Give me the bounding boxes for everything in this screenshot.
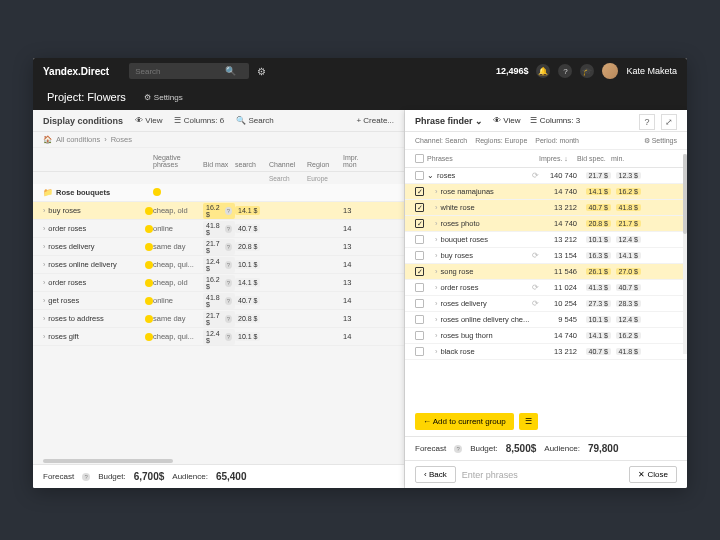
checkbox[interactable]: ✓ xyxy=(415,331,424,340)
chevron-right-icon: › xyxy=(435,219,438,228)
search-icon: 🔍 xyxy=(225,66,236,76)
chevron-right-icon: › xyxy=(435,347,438,356)
phrase-row[interactable]: ✓› song rose11 54626.1 $27.0 $ xyxy=(405,264,687,280)
status-dot xyxy=(145,207,153,215)
phrase-row[interactable]: ✓› roses online delivery che...9 54510.1… xyxy=(405,312,687,328)
project-bar: Project: Flowers ⚙ Settings xyxy=(33,84,687,110)
bell-icon[interactable]: 🔔 xyxy=(536,64,550,78)
status-dot xyxy=(145,225,153,233)
chevron-right-icon: › xyxy=(435,187,438,196)
columns-button[interactable]: ☰ Columns: 3 xyxy=(530,116,580,125)
checkbox[interactable]: ✓ xyxy=(415,235,424,244)
status-dot xyxy=(145,261,153,269)
phrase-row[interactable]: ✓› roses bug thorn14 74014.1 $16.2 $ xyxy=(405,328,687,344)
phrase-row[interactable]: ✓› roses delivery⟳10 25427.3 $28.3 $ xyxy=(405,296,687,312)
search-input[interactable] xyxy=(135,67,225,76)
panel-title: Display conditions xyxy=(43,116,123,126)
phrase-row[interactable]: ✓› order roses⟳11 02441.3 $40.7 $ xyxy=(405,280,687,296)
checkbox[interactable]: ✓ xyxy=(415,187,424,196)
status-dot xyxy=(145,315,153,323)
left-panel: Display conditions 👁 View ☰ Columns: 6 🔍… xyxy=(33,110,405,488)
status-dot xyxy=(153,188,161,196)
chevron-right-icon: › xyxy=(43,333,45,340)
help-icon[interactable]: ? xyxy=(454,445,462,453)
breadcrumb: 🏠 All conditions › Roses xyxy=(33,132,404,148)
checkbox: ✓ xyxy=(415,171,424,180)
table-row[interactable]: › roses to addresssame day21.7 $ ?20.8 $… xyxy=(33,310,404,328)
add-to-group-button[interactable]: ← Add to current group xyxy=(415,413,514,430)
checkbox[interactable]: ✓ xyxy=(415,299,424,308)
table-row[interactable]: › order rosescheap, old16.2 $ ?14.1 $13 xyxy=(33,274,404,292)
sync-icon: ⟳ xyxy=(532,251,539,260)
chevron-right-icon: › xyxy=(435,315,438,324)
table-row[interactable]: › get rosesonline41.8 $ ?40.7 $14 xyxy=(33,292,404,310)
checkbox[interactable]: ✓ xyxy=(415,251,424,260)
help-icon[interactable]: ? xyxy=(558,64,572,78)
help-button[interactable]: ? xyxy=(639,114,655,130)
checkbox[interactable]: ✓ xyxy=(415,283,424,292)
status-dot xyxy=(145,279,153,287)
chevron-right-icon: › xyxy=(435,331,438,340)
top-right: 12,496$ 🔔 ? 🎓 Kate Maketa xyxy=(496,63,677,79)
edu-icon[interactable]: 🎓 xyxy=(580,64,594,78)
forecast-bar: Forecast ? Budget: 6,700$ Audience: 65,4… xyxy=(33,464,404,488)
avatar[interactable] xyxy=(602,63,618,79)
settings-button[interactable]: ⚙ Settings xyxy=(644,137,677,145)
phrase-row[interactable]: ✓› bouquet roses13 21210.1 $12.4 $ xyxy=(405,232,687,248)
phrase-row[interactable]: ✓› black rose13 21240.7 $41.8 $ xyxy=(405,344,687,360)
table-row[interactable]: › order rosesonline41.8 $ ?40.7 $14 xyxy=(33,220,404,238)
back-button[interactable]: ‹ Back xyxy=(415,466,456,483)
project-settings-button[interactable]: ⚙ Settings xyxy=(144,93,183,102)
columns-button[interactable]: ☰ Columns: 6 xyxy=(174,116,224,125)
close-button[interactable]: ✕ Close xyxy=(629,466,677,483)
table-row[interactable]: › roses deliverysame day21.7 $ ?20.8 $13 xyxy=(33,238,404,256)
expand-button[interactable]: ⤢ xyxy=(661,114,677,130)
panel-title[interactable]: Phrase finder ⌄ xyxy=(415,116,483,126)
budget-value: 8,500$ xyxy=(506,443,537,454)
audience-value: 79,800 xyxy=(588,443,619,454)
sync-icon: ⟳ xyxy=(532,171,539,180)
search-wrap[interactable]: 🔍 xyxy=(129,63,249,79)
search-button[interactable]: 🔍 Search xyxy=(236,116,274,125)
checkbox[interactable]: ✓ xyxy=(415,347,424,356)
table-row[interactable]: › buy rosescheap, old16.2 $ ?14.1 $13 xyxy=(33,202,404,220)
checkbox-all[interactable]: ✓ xyxy=(415,154,424,163)
checkbox[interactable]: ✓ xyxy=(415,315,424,324)
table-subheader: Search Europe xyxy=(33,172,404,184)
phrase-table-header: ✓ Phrases Impres. ↓ Bid spec. min. xyxy=(405,150,687,168)
chevron-right-icon: › xyxy=(435,283,438,292)
create-button[interactable]: + Create... xyxy=(356,116,394,125)
phrase-row[interactable]: ✓› buy roses⟳13 15416.3 $14.1 $ xyxy=(405,248,687,264)
chevron-right-icon: › xyxy=(43,243,45,250)
view-button[interactable]: 👁 View xyxy=(135,116,162,125)
table-body: 📁 Rose bouquets › buy rosescheap, old16.… xyxy=(33,184,404,458)
phrase-row[interactable]: ✓› roses photo14 74020.8 $21.7 $ xyxy=(405,216,687,232)
sync-icon: ⟳ xyxy=(532,283,539,292)
breadcrumb-roses[interactable]: Roses xyxy=(111,135,132,144)
scrollbar-vertical[interactable] xyxy=(683,154,687,354)
checkbox[interactable]: ✓ xyxy=(415,203,424,212)
sync-icon: ⟳ xyxy=(532,299,539,308)
folder-icon: 📁 xyxy=(43,188,53,197)
chevron-right-icon: › xyxy=(43,225,45,232)
chevron-right-icon: › xyxy=(43,315,45,322)
chevron-down-icon: ⌄ xyxy=(427,171,434,180)
phrase-parent-row[interactable]: ✓ ⌄ roses ⟳ 140 740 21.7 $ 12.3 $ xyxy=(405,168,687,184)
chevron-right-icon: › xyxy=(43,279,45,286)
view-button[interactable]: 👁 View xyxy=(493,116,520,125)
help-icon[interactable]: ? xyxy=(82,473,90,481)
breadcrumb-all[interactable]: All conditions xyxy=(56,135,100,144)
logo: Yandex.Direct xyxy=(43,66,109,77)
app-window: Yandex.Direct 🔍 ⚙ 12,496$ 🔔 ? 🎓 Kate Mak… xyxy=(33,58,687,488)
phrase-row[interactable]: ✓› rose namajunas14 74014.1 $16.2 $ xyxy=(405,184,687,200)
gear-icon[interactable]: ⚙ xyxy=(257,66,266,77)
checkbox[interactable]: ✓ xyxy=(415,219,424,228)
table-row[interactable]: › roses online deliverycheap, qui...12.4… xyxy=(33,256,404,274)
main: Display conditions 👁 View ☰ Columns: 6 🔍… xyxy=(33,110,687,488)
table-row[interactable]: › roses giftcheap, qui...12.4 $ ?10.1 $1… xyxy=(33,328,404,346)
checkbox[interactable]: ✓ xyxy=(415,267,424,276)
audience-value: 65,400 xyxy=(216,471,247,482)
group-row[interactable]: 📁 Rose bouquets xyxy=(33,184,404,202)
add-menu-button[interactable]: ☰ xyxy=(519,413,538,430)
phrase-row[interactable]: ✓› white rose13 21240.7 $41.8 $ xyxy=(405,200,687,216)
